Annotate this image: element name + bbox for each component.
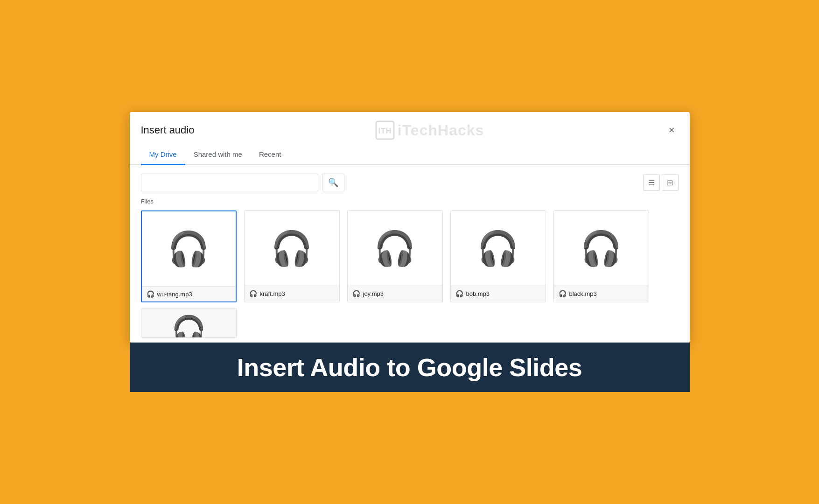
list-icon: ☰ <box>648 178 655 187</box>
file-footer-3: 🎧 bob.mp3 <box>451 286 546 301</box>
audio-small-icon-0: 🎧 <box>147 290 154 298</box>
tab-shared-with-me[interactable]: Shared with me <box>185 145 251 165</box>
file-card-4[interactable]: 🎧 🎧 black.mp3 <box>553 210 649 302</box>
file-card-1[interactable]: 🎧 🎧 kraft.mp3 <box>244 210 340 302</box>
headphone-icon-3: 🎧 <box>477 229 519 268</box>
grid-view-button[interactable]: ⊞ <box>662 174 679 191</box>
list-view-button[interactable]: ☰ <box>643 174 660 191</box>
file-icon-area-4: 🎧 <box>554 211 649 286</box>
audio-small-icon-3: 🎧 <box>455 290 463 297</box>
file-footer-0: 🎧 wu-tang.mp3 <box>142 286 236 301</box>
insert-audio-dialog: Insert audio ITH iTechHacks × My Drive S… <box>130 112 690 343</box>
audio-small-icon-2: 🎧 <box>352 290 360 297</box>
file-footer-4: 🎧 black.mp3 <box>554 286 649 301</box>
search-icon: 🔍 <box>328 177 338 188</box>
files-second-row: 🎧 <box>141 308 679 338</box>
audio-small-icon-4: 🎧 <box>559 290 567 297</box>
file-card-0[interactable]: 🎧 🎧 wu-tang.mp3 <box>141 210 237 302</box>
dialog-header: Insert audio ITH iTechHacks × <box>130 112 690 140</box>
brand-logo-icon: ITH <box>375 120 395 140</box>
close-button[interactable]: × <box>665 123 679 137</box>
file-icon-area-1: 🎧 <box>245 211 339 286</box>
partial-headphone-icon: 🎧 <box>171 314 206 338</box>
tabs-container: My Drive Shared with me Recent <box>130 145 690 165</box>
file-name-3: bob.mp3 <box>466 290 490 297</box>
search-button[interactable]: 🔍 <box>322 174 344 191</box>
search-input[interactable] <box>141 174 318 191</box>
file-icon-area-0: 🎧 <box>142 211 236 286</box>
brand-area: ITH iTechHacks <box>194 120 665 140</box>
page-wrapper: Insert audio ITH iTechHacks × My Drive S… <box>130 112 690 392</box>
search-bar: 🔍 ☰ ⊞ <box>130 165 690 196</box>
headphone-icon-1: 🎧 <box>271 229 313 268</box>
file-footer-2: 🎧 joy.mp3 <box>348 286 442 301</box>
sort-icon: ⊞ <box>667 178 673 187</box>
file-name-4: black.mp3 <box>569 290 597 297</box>
files-grid: 🎧 🎧 wu-tang.mp3 🎧 🎧 kraft.mp3 <box>141 210 679 302</box>
tab-recent[interactable]: Recent <box>251 145 290 165</box>
headphone-icon-2: 🎧 <box>374 229 416 268</box>
audio-small-icon-1: 🎧 <box>249 290 257 297</box>
file-name-1: kraft.mp3 <box>260 290 285 297</box>
file-name-0: wu-tang.mp3 <box>157 291 192 298</box>
view-buttons: ☰ ⊞ <box>643 174 679 191</box>
bottom-banner: Insert Audio to Google Slides <box>130 343 690 392</box>
brand-watermark: ITH iTechHacks <box>375 120 484 140</box>
files-section: Files 🎧 🎧 wu-tang.mp3 🎧 <box>130 196 690 343</box>
headphone-icon-0: 🎧 <box>168 229 210 269</box>
headphone-icon-4: 🎧 <box>580 229 622 268</box>
file-name-2: joy.mp3 <box>363 290 384 297</box>
files-label: Files <box>141 198 679 205</box>
file-footer-1: 🎧 kraft.mp3 <box>245 286 339 301</box>
file-icon-area-2: 🎧 <box>348 211 442 286</box>
partial-card-0[interactable]: 🎧 <box>141 308 237 338</box>
brand-name: iTechHacks <box>398 122 484 139</box>
file-card-2[interactable]: 🎧 🎧 joy.mp3 <box>347 210 443 302</box>
file-card-3[interactable]: 🎧 🎧 bob.mp3 <box>450 210 546 302</box>
banner-text: Insert Audio to Google Slides <box>237 353 582 382</box>
file-icon-area-3: 🎧 <box>451 211 546 286</box>
dialog-title: Insert audio <box>141 124 195 136</box>
tab-my-drive[interactable]: My Drive <box>141 145 185 165</box>
svg-text:ITH: ITH <box>378 127 392 135</box>
